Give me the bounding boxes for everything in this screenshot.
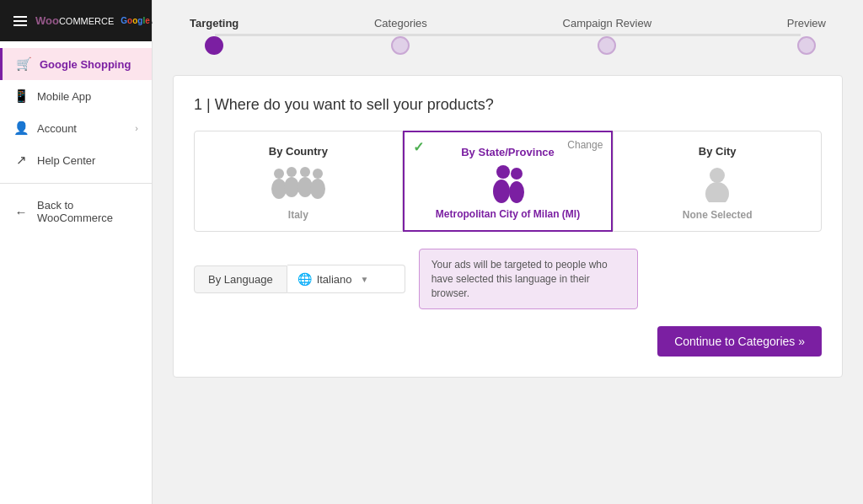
step-preview[interactable]: Preview xyxy=(787,17,826,55)
globe-icon: 🌐 xyxy=(297,272,312,286)
external-link-icon: ↗ xyxy=(13,153,29,168)
by-city-value: None Selected xyxy=(683,209,753,221)
step-campaign-review-dot xyxy=(598,36,616,55)
language-hint: Your ads will be targeted to people who … xyxy=(419,249,638,309)
step-categories-dot xyxy=(391,36,410,55)
sidebar-divider xyxy=(0,183,152,184)
sidebar-item-help-center-label: Help Center xyxy=(37,154,95,167)
chevron-right-icon: › xyxy=(135,123,138,133)
sidebar-item-help-center[interactable]: ↗ Help Center xyxy=(0,144,152,176)
by-state-label: By State/Province xyxy=(461,146,555,158)
by-country-label: By Country xyxy=(269,145,328,158)
button-row: Continue to Categories » xyxy=(194,326,822,357)
step-preview-label: Preview xyxy=(787,17,826,29)
svg-point-3 xyxy=(284,177,299,197)
svg-point-10 xyxy=(511,168,523,180)
language-value: Italiano xyxy=(317,273,352,286)
section-title: 1 | Where do you want to sell your produ… xyxy=(194,96,822,114)
step-campaign-review[interactable]: Campaign Review xyxy=(563,17,652,55)
language-row: By Language 🌐 Italiano ▼ Your ads will b… xyxy=(194,249,822,309)
location-selection-row: By Country Italy xyxy=(194,131,822,232)
city-people-icon xyxy=(688,163,747,205)
svg-point-13 xyxy=(705,182,729,202)
svg-point-6 xyxy=(313,169,323,179)
by-country-value: Italy xyxy=(288,209,308,221)
sidebar-item-google-shopping-label: Google Shopping xyxy=(40,58,131,71)
sidebar-item-account[interactable]: 👤 Account › xyxy=(0,112,152,144)
dropdown-arrow-icon: ▼ xyxy=(361,275,369,284)
by-city-label: By City xyxy=(699,145,737,158)
sidebar-item-account-label: Account xyxy=(37,122,77,135)
shopping-cart-icon: 🛒 xyxy=(16,56,31,72)
svg-point-9 xyxy=(493,180,510,203)
step-targeting[interactable]: Targeting xyxy=(190,17,239,55)
svg-point-11 xyxy=(509,181,524,203)
by-state-box[interactable]: ✓ Change By State/Province Metropolitan … xyxy=(403,131,614,232)
svg-point-12 xyxy=(710,168,725,183)
country-people-icon xyxy=(269,163,328,205)
hamburger-menu[interactable] xyxy=(13,16,27,26)
svg-point-7 xyxy=(310,179,325,199)
step-targeting-dot xyxy=(205,36,223,55)
language-select[interactable]: 🌐 Italiano ▼ xyxy=(287,265,405,293)
woo-label: Woo xyxy=(35,14,59,27)
back-arrow-icon: ← xyxy=(13,205,29,219)
main-card: 1 | Where do you want to sell your produ… xyxy=(173,75,843,378)
svg-point-0 xyxy=(274,169,284,179)
change-link[interactable]: Change xyxy=(567,139,603,151)
selected-check-icon: ✓ xyxy=(413,139,424,155)
sidebar-item-mobile-app-label: Mobile App xyxy=(37,90,91,103)
sidebar-item-back[interactable]: ← Back to WooCommerce xyxy=(0,190,152,233)
svg-point-4 xyxy=(300,167,310,177)
continue-button[interactable]: Continue to Categories » xyxy=(657,326,822,357)
svg-point-8 xyxy=(496,165,510,179)
step-targeting-label: Targeting xyxy=(190,17,239,29)
step-categories-label: Categories xyxy=(374,17,427,29)
mobile-icon: 📱 xyxy=(13,88,29,104)
by-city-box[interactable]: By City None Selected xyxy=(613,131,822,232)
sidebar-item-mobile-app[interactable]: 📱 Mobile App xyxy=(0,80,152,112)
sidebar: WooCOMMERCE Google Ads 🛒 Google Shopping… xyxy=(0,0,153,504)
app-header: WooCOMMERCE Google Ads xyxy=(0,0,152,41)
sidebar-nav: 🛒 Google Shopping 📱 Mobile App 👤 Account… xyxy=(0,41,152,233)
sidebar-item-google-shopping[interactable]: 🛒 Google Shopping xyxy=(0,48,152,80)
app-logo: WooCOMMERCE Google Ads xyxy=(35,14,164,27)
steps-progress-bar: Targeting Categories Campaign Review Pre… xyxy=(173,17,843,55)
state-people-icon xyxy=(479,163,538,205)
commerce-label: COMMERCE xyxy=(59,16,114,26)
person-icon: 👤 xyxy=(13,121,29,136)
step-preview-dot xyxy=(797,36,816,55)
language-label: By Language xyxy=(194,265,287,293)
by-state-value: Metropolitan City of Milan (MI) xyxy=(436,208,580,220)
step-categories[interactable]: Categories xyxy=(374,17,427,55)
svg-point-2 xyxy=(287,167,297,177)
main-content: Targeting Categories Campaign Review Pre… xyxy=(153,0,863,504)
step-campaign-review-label: Campaign Review xyxy=(563,17,652,29)
sidebar-item-back-label: Back to WooCommerce xyxy=(37,199,138,224)
by-country-box[interactable]: By Country Italy xyxy=(194,131,403,232)
